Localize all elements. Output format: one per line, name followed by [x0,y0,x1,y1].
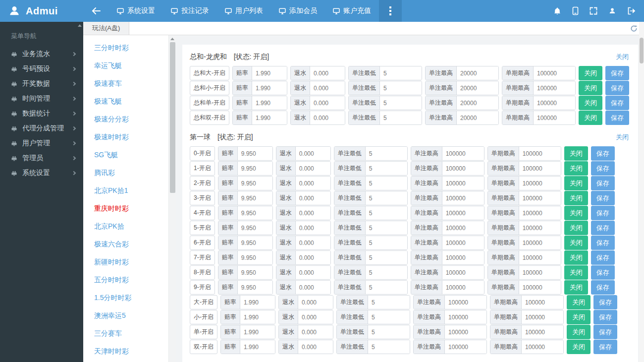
game-item-11[interactable]: 极速六合彩 [83,236,168,253]
period_max-input[interactable] [519,236,561,249]
odds-input[interactable] [238,162,272,175]
game-item-17[interactable]: 天津时时彩 [83,343,168,361]
rebate-input[interactable] [296,221,330,235]
min-input[interactable] [380,96,422,110]
game-item-1[interactable]: 幸运飞艇 [83,57,168,75]
odds-input[interactable] [238,236,272,249]
close-row-button[interactable]: 关闭 [564,280,588,295]
close-row-button[interactable]: 关闭 [564,146,588,161]
period_max-input[interactable] [519,147,561,160]
max-input[interactable] [442,251,484,264]
game-item-13[interactable]: 五分时时彩 [83,271,168,289]
odds-input[interactable] [238,191,272,205]
save-row-button[interactable]: 保存 [593,295,617,309]
rebate-input[interactable] [298,296,333,309]
odds-input[interactable] [238,147,272,160]
scroll-up-button[interactable] [169,35,176,42]
odds-input[interactable] [240,325,275,339]
game-item-8[interactable]: 北京PK拾1 [83,182,168,200]
min-input[interactable] [366,147,407,160]
game-item-15[interactable]: 澳洲幸运5 [83,307,168,325]
sidebar-scroll-up-icon[interactable] [78,24,82,27]
save-row-button[interactable]: 保存 [591,161,615,176]
rebate-input[interactable] [296,281,330,294]
max-input[interactable] [457,111,498,124]
sidebar-item-6[interactable]: 用户管理 [0,136,83,151]
close-row-button[interactable]: 关闭 [564,221,588,235]
min-input[interactable] [368,325,410,339]
period_max-input[interactable] [519,266,561,279]
max-input[interactable] [442,221,484,235]
save-row-button[interactable]: 保存 [591,221,615,235]
rebate-input[interactable] [310,81,345,95]
game-item-10[interactable]: 北京PK拾 [83,218,168,236]
period_max-input[interactable] [534,81,575,95]
rebate-input[interactable] [310,66,345,80]
rebate-input[interactable] [296,191,330,205]
section-toggle-link[interactable]: 关闭 [616,133,629,142]
max-input[interactable] [457,81,498,95]
max-input[interactable] [445,340,486,354]
period_max-input[interactable] [522,296,563,309]
rebate-input[interactable] [298,310,333,324]
save-row-button[interactable]: 保存 [591,146,615,161]
min-input[interactable] [380,81,422,95]
max-input[interactable] [442,266,484,279]
game-list-scrollbar-thumb[interactable] [170,42,175,193]
rebate-input[interactable] [296,206,330,220]
close-row-button[interactable]: 关闭 [567,295,590,309]
max-input[interactable] [445,325,486,339]
close-row-button[interactable]: 关闭 [567,310,590,324]
game-item-7[interactable]: 腾讯彩 [83,164,168,182]
close-row-button[interactable]: 关闭 [579,66,602,80]
min-input[interactable] [368,310,410,324]
min-input[interactable] [366,236,407,249]
close-row-button[interactable]: 关闭 [564,265,588,280]
period_max-input[interactable] [534,111,575,124]
odds-input[interactable] [252,111,287,124]
brand-logo[interactable]: Admui [0,0,83,22]
back-button[interactable] [83,0,109,22]
min-input[interactable] [366,162,407,175]
save-row-button[interactable]: 保存 [591,236,615,250]
more-menu-button[interactable] [379,0,402,22]
save-row-button[interactable]: 保存 [605,81,629,95]
min-input[interactable] [366,177,407,190]
min-input[interactable] [366,221,407,235]
sidebar-item-5[interactable]: 代理分成管理 [0,121,83,136]
close-row-button[interactable]: 关闭 [579,96,602,110]
period_max-input[interactable] [519,206,561,220]
close-row-button[interactable]: 关闭 [564,191,588,205]
game-item-5[interactable]: 极速时时彩 [83,128,168,146]
close-row-button[interactable]: 关闭 [579,81,602,95]
game-item-9[interactable]: 重庆时时彩 [83,200,168,218]
close-row-button[interactable]: 关闭 [564,236,588,250]
odds-input[interactable] [238,281,272,294]
period_max-input[interactable] [522,340,563,354]
save-row-button[interactable]: 保存 [605,96,629,110]
rebate-input[interactable] [296,266,330,279]
min-input[interactable] [380,66,422,80]
close-row-button[interactable]: 关闭 [567,325,590,339]
period_max-input[interactable] [519,191,561,205]
max-input[interactable] [442,206,484,220]
fullscreen-icon[interactable] [584,0,603,22]
close-row-button[interactable]: 关闭 [567,340,590,354]
sidebar-item-8[interactable]: 系统设置 [0,166,83,181]
page-scrollbar-thumb[interactable] [640,38,644,63]
save-row-button[interactable]: 保存 [605,111,629,125]
rebate-input[interactable] [296,236,330,249]
game-item-0[interactable]: 三分时时彩 [83,39,168,57]
close-row-button[interactable]: 关闭 [579,111,602,125]
min-input[interactable] [366,281,407,294]
max-input[interactable] [457,66,498,80]
period_max-input[interactable] [519,251,561,264]
close-row-button[interactable]: 关闭 [564,176,588,190]
mobile-icon[interactable] [567,0,584,22]
logout-icon[interactable] [622,0,641,22]
save-row-button[interactable]: 保存 [591,176,615,190]
user-icon[interactable] [603,0,622,22]
odds-input[interactable] [252,81,287,95]
rebate-input[interactable] [296,251,330,264]
nav-item-3[interactable]: 添加会员 [271,0,325,22]
